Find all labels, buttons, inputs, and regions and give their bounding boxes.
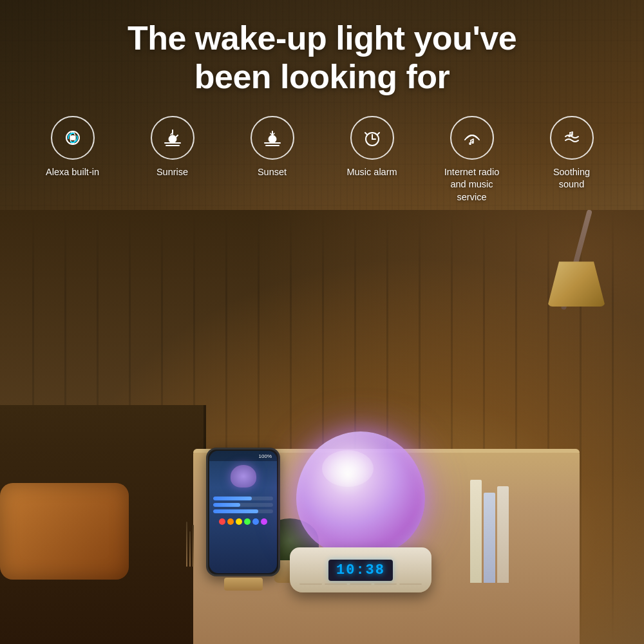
phone-battery: 100%	[259, 453, 272, 459]
sunset-icon	[261, 126, 284, 149]
headline: The wake-up light you've been looking fo…	[26, 19, 618, 97]
headline-line2: been looking for	[194, 58, 450, 95]
sound-icon-circle	[550, 116, 594, 160]
color-dot-green	[244, 518, 251, 525]
headline-line1: The wake-up light you've	[128, 19, 516, 57]
books-container	[470, 480, 509, 583]
phone-slider-fill-2	[213, 503, 240, 507]
alexa-icon	[61, 126, 84, 149]
grill-line-5	[399, 583, 422, 585]
color-dot-purple	[261, 518, 267, 525]
pillow	[0, 483, 129, 580]
phone-slider-3	[213, 509, 273, 513]
book-3	[497, 486, 509, 583]
color-dot-yellow	[236, 518, 242, 525]
grill-line-4	[374, 583, 397, 585]
color-dot-blue	[252, 518, 259, 525]
alexa-icon-circle	[51, 116, 95, 160]
phone-slider-fill-3	[213, 509, 258, 513]
page-content: The wake-up light you've been looking fo…	[0, 0, 644, 644]
feature-sunset: Sunset	[222, 116, 322, 179]
overhead-lamp	[528, 210, 605, 339]
phone-stand	[224, 578, 263, 591]
sound-icon	[560, 126, 583, 149]
radio-icon-circle	[450, 116, 494, 160]
photo-section: 100%	[0, 210, 644, 644]
incense-sticks	[180, 515, 200, 567]
lamp-shade	[547, 261, 605, 307]
device-globe	[296, 431, 425, 554]
grill-line-3	[350, 583, 372, 585]
book-1	[470, 480, 482, 583]
phone-color-dots	[213, 518, 273, 525]
phone-device-preview	[231, 465, 256, 488]
sunrise-icon	[161, 126, 184, 149]
color-dot-orange	[227, 518, 234, 525]
svg-line-18	[570, 132, 573, 133]
svg-point-8	[269, 135, 276, 143]
phone-screen: 100%	[209, 451, 277, 573]
device-clock: 10:38	[328, 560, 393, 581]
feature-music-alarm: Music alarm	[322, 116, 422, 179]
grill-line-1	[299, 583, 322, 585]
stick-3	[193, 525, 194, 567]
svg-point-3	[169, 135, 176, 143]
device-base: 10:38	[290, 547, 431, 592]
feature-sunset-label: Sunset	[258, 166, 287, 179]
phone-slider-fill-1	[213, 497, 252, 500]
alarm-icon-circle	[350, 116, 394, 160]
sunset-icon-circle	[251, 116, 294, 160]
phone-slider-1	[213, 497, 273, 500]
book-2	[484, 493, 495, 583]
alarm-icon	[361, 126, 384, 149]
color-dot-red	[219, 518, 225, 525]
top-section: The wake-up light you've been looking fo…	[0, 0, 644, 103]
phone-app-content	[209, 461, 277, 573]
phone-body: 100%	[206, 448, 280, 576]
feature-alexa-label: Alexa built-in	[46, 166, 99, 179]
phone-status-bar: 100%	[209, 451, 277, 461]
stick-2	[189, 531, 191, 567]
svg-point-1	[70, 135, 75, 140]
room-scene: 100%	[0, 210, 644, 644]
phone-slider-2	[213, 503, 273, 507]
feature-sunrise: Sunrise	[122, 116, 222, 179]
features-row: Alexa built-in Sunrise	[0, 103, 644, 211]
phone-container: 100%	[206, 448, 280, 589]
sunrise-icon-circle	[151, 116, 194, 160]
device-speaker-grill	[299, 583, 422, 585]
svg-line-5	[176, 135, 178, 137]
grill-line-2	[325, 583, 347, 585]
feature-internet-radio-label: Internet radio and music service	[444, 166, 499, 204]
svg-line-16	[377, 133, 379, 135]
stick-1	[186, 522, 187, 567]
svg-line-15	[365, 133, 367, 135]
feature-sunrise-label: Sunrise	[156, 166, 188, 179]
feature-soothing-sound: Soothing sound	[522, 116, 621, 191]
wake-up-light-device: 10:38	[290, 431, 431, 592]
radio-icon	[460, 126, 484, 149]
feature-soothing-sound-label: Soothing sound	[553, 166, 590, 191]
feature-alexa: Alexa built-in	[23, 116, 122, 179]
feature-music-alarm-label: Music alarm	[346, 166, 397, 179]
feature-internet-radio: Internet radio and music service	[422, 116, 522, 204]
